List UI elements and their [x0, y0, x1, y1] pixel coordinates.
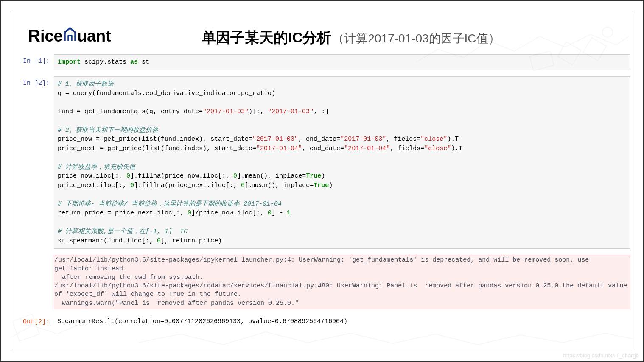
- logo-ice: ice: [40, 28, 63, 44]
- page-title: 单因子某天的IC分析（计算2017-01-03的因子IC值）: [86, 23, 616, 47]
- in-prompt-2: In [2]:: [14, 76, 54, 249]
- code-input-2[interactable]: # 1、获取因子数据 q = query(fundamentals.eod_de…: [54, 76, 630, 249]
- logo-house-icon: [63, 26, 77, 42]
- warning-output: /usr/local/lib/python3.6/site-packages/i…: [54, 255, 630, 309]
- code-cell-2: In [2]: # 1、获取因子数据 q = query(fundamental…: [14, 76, 630, 249]
- out-prompt-2: Out[2]:: [14, 315, 54, 329]
- warn-prompt-spacer: [14, 255, 54, 313]
- csdn-watermark: https://blog.csdn.net/IT_charge: [563, 352, 639, 359]
- slide-frame: Riceuant 单因子某天的IC分析（计算2017-01-03的因子IC值） …: [11, 11, 633, 351]
- result-output: SpearmanrResult(correlation=0.0077112026…: [54, 315, 630, 329]
- logo-r: R: [28, 27, 40, 44]
- title-sub: （计算2017-01-03的因子IC值）: [332, 32, 500, 45]
- output-result-row: Out[2]: SpearmanrResult(correlation=0.00…: [14, 315, 630, 329]
- title-main: 单因子某天的IC分析: [202, 29, 331, 45]
- code-input-1[interactable]: import scipy.stats as st: [54, 54, 630, 70]
- output-warning-row: /usr/local/lib/python3.6/site-packages/i…: [14, 255, 630, 313]
- notebook-area: In [1]: import scipy.stats as st In [2]:…: [11, 52, 633, 337]
- in-prompt-1: In [1]:: [14, 54, 54, 70]
- code-cell-1: In [1]: import scipy.stats as st: [14, 54, 630, 70]
